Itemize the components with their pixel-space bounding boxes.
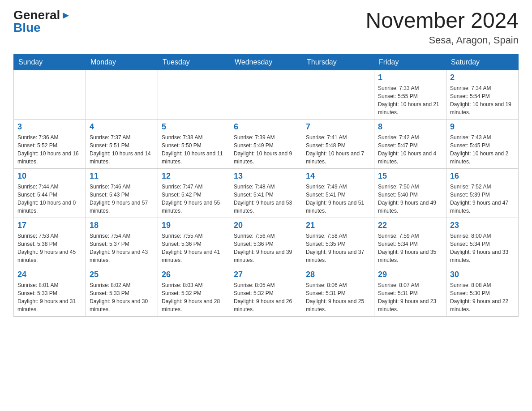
calendar-cell: 15Sunrise: 7:50 AM Sunset: 5:40 PM Dayli…: [374, 168, 446, 218]
day-info: Sunrise: 7:37 AM Sunset: 5:51 PM Dayligh…: [90, 133, 154, 166]
calendar-cell: 29Sunrise: 8:07 AM Sunset: 5:31 PM Dayli…: [374, 267, 446, 316]
calendar-week-row: 1Sunrise: 7:33 AM Sunset: 5:55 PM Daylig…: [14, 70, 519, 119]
day-info: Sunrise: 8:05 AM Sunset: 5:32 PM Dayligh…: [234, 281, 298, 313]
calendar-cell: 13Sunrise: 7:48 AM Sunset: 5:41 PM Dayli…: [230, 168, 302, 218]
calendar-cell: 16Sunrise: 7:52 AM Sunset: 5:39 PM Dayli…: [446, 168, 519, 218]
day-info: Sunrise: 7:49 AM Sunset: 5:41 PM Dayligh…: [306, 183, 370, 215]
day-number: 18: [90, 221, 154, 230]
day-number: 6: [234, 122, 298, 132]
day-info: Sunrise: 7:55 AM Sunset: 5:36 PM Dayligh…: [162, 232, 226, 264]
day-number: 28: [306, 270, 370, 279]
day-info: Sunrise: 7:38 AM Sunset: 5:50 PM Dayligh…: [162, 133, 226, 166]
calendar-cell: [14, 70, 86, 119]
day-info: Sunrise: 8:08 AM Sunset: 5:30 PM Dayligh…: [450, 281, 515, 313]
day-info: Sunrise: 8:02 AM Sunset: 5:33 PM Dayligh…: [90, 281, 154, 313]
day-number: 3: [17, 122, 82, 132]
calendar-header-saturday: Saturday: [446, 54, 519, 70]
day-number: 11: [90, 171, 154, 181]
day-info: Sunrise: 7:47 AM Sunset: 5:42 PM Dayligh…: [162, 183, 226, 215]
day-number: 1: [378, 73, 442, 82]
calendar-cell: 7Sunrise: 7:41 AM Sunset: 5:48 PM Daylig…: [302, 119, 374, 168]
day-info: Sunrise: 8:00 AM Sunset: 5:34 PM Dayligh…: [450, 232, 515, 264]
calendar-cell: 10Sunrise: 7:44 AM Sunset: 5:44 PM Dayli…: [14, 168, 86, 218]
calendar-cell: 22Sunrise: 7:59 AM Sunset: 5:34 PM Dayli…: [374, 218, 446, 267]
day-info: Sunrise: 7:58 AM Sunset: 5:35 PM Dayligh…: [306, 232, 370, 264]
calendar-cell: 3Sunrise: 7:36 AM Sunset: 5:52 PM Daylig…: [14, 119, 86, 168]
day-info: Sunrise: 7:36 AM Sunset: 5:52 PM Dayligh…: [17, 133, 82, 166]
calendar-cell: 1Sunrise: 7:33 AM Sunset: 5:55 PM Daylig…: [374, 70, 446, 119]
day-number: 17: [17, 221, 82, 230]
calendar-cell: 5Sunrise: 7:38 AM Sunset: 5:50 PM Daylig…: [158, 119, 230, 168]
month-year-title: November 2024: [365, 9, 519, 33]
logo-triangle-icon: [61, 12, 69, 20]
day-info: Sunrise: 7:56 AM Sunset: 5:36 PM Dayligh…: [234, 232, 298, 264]
day-info: Sunrise: 7:54 AM Sunset: 5:37 PM Dayligh…: [90, 232, 154, 264]
calendar-cell: 4Sunrise: 7:37 AM Sunset: 5:51 PM Daylig…: [86, 119, 158, 168]
calendar-header-thursday: Thursday: [302, 54, 374, 70]
calendar-cell: 30Sunrise: 8:08 AM Sunset: 5:30 PM Dayli…: [446, 267, 519, 316]
calendar-cell: 27Sunrise: 8:05 AM Sunset: 5:32 PM Dayli…: [230, 267, 302, 316]
day-number: 23: [450, 221, 515, 230]
day-info: Sunrise: 7:46 AM Sunset: 5:43 PM Dayligh…: [90, 183, 154, 215]
calendar-cell: 25Sunrise: 8:02 AM Sunset: 5:33 PM Dayli…: [86, 267, 158, 316]
day-number: 25: [90, 270, 154, 279]
title-block: November 2024 Sesa, Aragon, Spain: [365, 9, 519, 46]
calendar-cell: 11Sunrise: 7:46 AM Sunset: 5:43 PM Dayli…: [86, 168, 158, 218]
day-number: 22: [378, 221, 442, 230]
day-number: 8: [378, 122, 442, 132]
day-info: Sunrise: 7:33 AM Sunset: 5:55 PM Dayligh…: [378, 84, 442, 116]
calendar-cell: [230, 70, 302, 119]
calendar-cell: [158, 70, 230, 119]
calendar-cell: [302, 70, 374, 119]
logo: General Blue: [13, 9, 69, 34]
day-number: 10: [17, 171, 82, 181]
day-info: Sunrise: 7:52 AM Sunset: 5:39 PM Dayligh…: [450, 183, 515, 215]
calendar-header-tuesday: Tuesday: [158, 54, 230, 70]
day-number: 13: [234, 171, 298, 181]
day-info: Sunrise: 7:39 AM Sunset: 5:49 PM Dayligh…: [234, 133, 298, 166]
day-info: Sunrise: 8:01 AM Sunset: 5:33 PM Dayligh…: [17, 281, 82, 313]
calendar-cell: 20Sunrise: 7:56 AM Sunset: 5:36 PM Dayli…: [230, 218, 302, 267]
logo-general-text: General: [13, 9, 60, 21]
page-header: General Blue November 2024 Sesa, Aragon,…: [13, 9, 519, 46]
day-number: 14: [306, 171, 370, 181]
calendar-cell: 2Sunrise: 7:34 AM Sunset: 5:54 PM Daylig…: [446, 70, 519, 119]
day-info: Sunrise: 7:44 AM Sunset: 5:44 PM Dayligh…: [17, 183, 82, 215]
calendar-week-row: 10Sunrise: 7:44 AM Sunset: 5:44 PM Dayli…: [14, 168, 519, 218]
day-number: 27: [234, 270, 298, 279]
day-info: Sunrise: 7:34 AM Sunset: 5:54 PM Dayligh…: [450, 84, 515, 116]
day-info: Sunrise: 7:59 AM Sunset: 5:34 PM Dayligh…: [378, 232, 442, 264]
logo-blue-text: Blue: [13, 21, 41, 34]
day-number: 7: [306, 122, 370, 132]
calendar-week-row: 17Sunrise: 7:53 AM Sunset: 5:38 PM Dayli…: [14, 218, 519, 267]
calendar-cell: 14Sunrise: 7:49 AM Sunset: 5:41 PM Dayli…: [302, 168, 374, 218]
calendar-cell: 6Sunrise: 7:39 AM Sunset: 5:49 PM Daylig…: [230, 119, 302, 168]
day-number: 26: [162, 270, 226, 279]
calendar-header-row: SundayMondayTuesdayWednesdayThursdayFrid…: [14, 54, 519, 70]
calendar-header-monday: Monday: [86, 54, 158, 70]
location-subtitle: Sesa, Aragon, Spain: [365, 34, 519, 46]
day-number: 30: [450, 270, 515, 279]
calendar-cell: 12Sunrise: 7:47 AM Sunset: 5:42 PM Dayli…: [158, 168, 230, 218]
calendar-week-row: 3Sunrise: 7:36 AM Sunset: 5:52 PM Daylig…: [14, 119, 519, 168]
day-info: Sunrise: 7:53 AM Sunset: 5:38 PM Dayligh…: [17, 232, 82, 264]
day-number: 15: [378, 171, 442, 181]
day-number: 9: [450, 122, 515, 132]
day-number: 19: [162, 221, 226, 230]
calendar-cell: 8Sunrise: 7:42 AM Sunset: 5:47 PM Daylig…: [374, 119, 446, 168]
day-number: 12: [162, 171, 226, 181]
day-number: 29: [378, 270, 442, 279]
day-info: Sunrise: 8:03 AM Sunset: 5:32 PM Dayligh…: [162, 281, 226, 313]
day-number: 21: [306, 221, 370, 230]
day-number: 20: [234, 221, 298, 230]
calendar-week-row: 24Sunrise: 8:01 AM Sunset: 5:33 PM Dayli…: [14, 267, 519, 316]
day-info: Sunrise: 7:41 AM Sunset: 5:48 PM Dayligh…: [306, 133, 370, 166]
day-number: 16: [450, 171, 515, 181]
day-info: Sunrise: 7:50 AM Sunset: 5:40 PM Dayligh…: [378, 183, 442, 215]
day-number: 2: [450, 73, 515, 82]
calendar-cell: 24Sunrise: 8:01 AM Sunset: 5:33 PM Dayli…: [14, 267, 86, 316]
calendar-cell: 26Sunrise: 8:03 AM Sunset: 5:32 PM Dayli…: [158, 267, 230, 316]
calendar-cell: 21Sunrise: 7:58 AM Sunset: 5:35 PM Dayli…: [302, 218, 374, 267]
calendar-cell: 9Sunrise: 7:43 AM Sunset: 5:45 PM Daylig…: [446, 119, 519, 168]
calendar-cell: 23Sunrise: 8:00 AM Sunset: 5:34 PM Dayli…: [446, 218, 519, 267]
